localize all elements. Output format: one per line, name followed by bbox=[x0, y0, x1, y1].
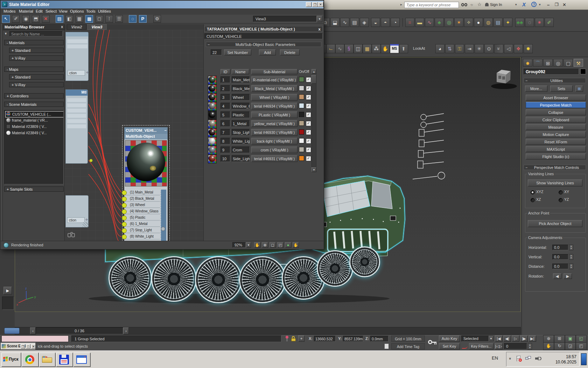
assign-material-icon[interactable]: ◉ bbox=[22, 15, 30, 23]
zoom-all-icon[interactable]: ⊞ bbox=[554, 335, 565, 343]
row-id-field[interactable]: 10 bbox=[220, 155, 230, 162]
building-icon[interactable]: ▦ bbox=[363, 44, 372, 53]
delete-selected-icon[interactable]: ✕ bbox=[42, 15, 50, 23]
section-maps-vray[interactable]: + V-Ray bbox=[9, 82, 64, 87]
sphere-tool-icon[interactable]: ● bbox=[474, 18, 483, 27]
circle-helper-icon[interactable]: ◎ bbox=[444, 18, 454, 27]
communication-center-icon[interactable]: ⌔ bbox=[470, 2, 473, 7]
maxscript-ms-button[interactable]: MS bbox=[390, 44, 399, 53]
row-name-field[interactable]: Window_G bbox=[232, 103, 250, 109]
add-time-tag-label[interactable]: Add Time Tag bbox=[391, 343, 425, 349]
colored-diamonds-icon[interactable]: ❖ bbox=[514, 44, 523, 53]
tray-chevron-icon[interactable]: » bbox=[508, 357, 512, 360]
submaterial-thumbnail[interactable] bbox=[208, 120, 217, 128]
purple-spline-icon[interactable]: § bbox=[344, 44, 354, 53]
lookat-label[interactable]: LookAt bbox=[413, 46, 425, 50]
set-key-button[interactable]: Set Key bbox=[439, 343, 460, 349]
section-sample-slots[interactable]: + Sample Slots bbox=[4, 186, 64, 192]
node-slot[interactable]: (1) Main_Metal bbox=[125, 190, 160, 195]
row-submaterial-button[interactable]: terial #46931 ( VRayMtl ) bbox=[251, 155, 298, 162]
row-name-field[interactable]: White_Ligh bbox=[232, 138, 250, 144]
keyword-search-input[interactable]: Type a keyword or phrase bbox=[404, 2, 459, 8]
gear-flower-icon[interactable]: ✳ bbox=[475, 44, 484, 53]
submaterial-thumbnail[interactable] bbox=[208, 137, 217, 146]
section-controllers[interactable]: + Controllers bbox=[4, 93, 64, 98]
mini-close-button[interactable]: ✕ bbox=[31, 344, 36, 349]
isolate-pin-icon[interactable] bbox=[285, 336, 289, 342]
menu-options[interactable]: Options bbox=[70, 9, 84, 13]
row-submaterial-button[interactable]: terial #46930 ( VRayMtl ) bbox=[251, 129, 298, 136]
tray-flag-alert-icon[interactable]: ✕ bbox=[516, 356, 522, 362]
node-titlebar[interactable]: CUSTOM_VEHI... − bbox=[124, 127, 168, 134]
utilities-rollout[interactable]: −Utilities bbox=[524, 78, 586, 83]
show-vanishing-lines-button[interactable]: Show Vanishing Lines bbox=[528, 179, 582, 186]
language-indicator[interactable]: EN bbox=[492, 355, 498, 361]
row-on-checkbox[interactable]: ✓ bbox=[306, 156, 311, 161]
tape-measure-icon[interactable]: ▬ bbox=[415, 18, 424, 27]
layers-stack-icon[interactable]: ▤ bbox=[493, 18, 503, 27]
tab-view3[interactable]: View3 bbox=[87, 24, 107, 30]
param-panel-close-icon[interactable]: x bbox=[318, 26, 321, 32]
row-color-swatch[interactable] bbox=[299, 77, 304, 82]
delete-button[interactable]: Delete bbox=[280, 49, 300, 55]
key-mode-dropdown-arrow[interactable]: ▼ bbox=[489, 336, 493, 341]
submaterial-thumbnail[interactable] bbox=[208, 111, 217, 120]
row-id-field[interactable]: 1 bbox=[220, 76, 230, 83]
utility-measure-button[interactable]: Measure bbox=[526, 124, 586, 130]
material-list-icon[interactable]: ☰ bbox=[115, 15, 123, 23]
menu-modes[interactable]: Modes bbox=[4, 9, 16, 13]
schematic-view-icon[interactable]: ▤ bbox=[350, 18, 359, 27]
utility-collapse-button[interactable]: Collapse bbox=[526, 109, 586, 115]
row-id-field[interactable]: 3 bbox=[220, 94, 230, 101]
utility-flight-studio-button[interactable]: Flight Studio (c) bbox=[526, 154, 586, 159]
time-slider-prev-button[interactable]: ‹ bbox=[30, 327, 36, 334]
scene-material-item[interactable]: Material #23849 ( V... bbox=[5, 130, 64, 136]
box-gizmo-icon[interactable]: ◫ bbox=[354, 44, 363, 53]
row-submaterial-button[interactable]: terial #46934 ( VRayMtl ) bbox=[251, 103, 298, 109]
row-color-swatch[interactable] bbox=[299, 156, 304, 161]
slate-pan-icon[interactable]: ✋ bbox=[293, 242, 299, 248]
param-panel-header[interactable]: TATRACUSTOM_VEHICLE ( Multi/Sub-Object )… bbox=[204, 26, 323, 32]
search-binoculars-icon[interactable] bbox=[461, 2, 468, 7]
slate-maximize-button[interactable]: ❐ bbox=[312, 2, 318, 7]
utility-asset-browser-button[interactable]: Asset Browser bbox=[526, 95, 586, 101]
row-id-field[interactable]: 2 bbox=[220, 85, 230, 92]
row-color-swatch[interactable] bbox=[299, 121, 304, 126]
row-color-swatch[interactable] bbox=[299, 147, 304, 152]
start-button[interactable]: Пуск bbox=[1, 353, 21, 367]
add-button[interactable]: Add bbox=[259, 49, 276, 55]
row-submaterial-button[interactable]: R-material-red ( VRayMtl ) bbox=[251, 76, 298, 83]
coord-y-field[interactable]: 8557.139m bbox=[343, 336, 363, 342]
render-setup-icon[interactable]: ◒ bbox=[371, 18, 380, 27]
slate-zoom-icon[interactable]: ⊕ bbox=[262, 242, 268, 248]
menu-utilities[interactable]: Utilities bbox=[98, 9, 111, 13]
radio-yz[interactable] bbox=[559, 198, 563, 202]
submaterial-thumbnail[interactable] bbox=[208, 102, 217, 111]
show-desktop-icon[interactable] bbox=[581, 353, 587, 365]
submaterial-thumbnail[interactable] bbox=[208, 76, 217, 84]
browser-dropdown-arrow-icon[interactable]: ▼ bbox=[4, 32, 7, 35]
slot-socket[interactable] bbox=[122, 216, 127, 220]
show-end-result-icon[interactable]: ◌ bbox=[129, 15, 136, 23]
mini-maximize-button[interactable]: □ bbox=[26, 344, 30, 349]
row-id-field[interactable]: 9 bbox=[220, 146, 230, 153]
slate-titlebar[interactable]: › Slate Material Editor _ ❐ ✕ bbox=[1, 1, 323, 8]
submaterial-thumbnail[interactable] bbox=[208, 84, 217, 93]
select-tool-icon[interactable]: ↖ bbox=[2, 15, 10, 23]
node-slot[interactable]: (8) White_Light bbox=[125, 234, 160, 239]
radio-xyz[interactable] bbox=[531, 190, 535, 195]
zoom-percent-dropdown[interactable]: ▼ bbox=[246, 242, 251, 248]
column-id-header[interactable]: ID bbox=[220, 69, 230, 74]
utility-reset-xform-button[interactable]: Reset XForm bbox=[526, 139, 586, 145]
material-editor-icon[interactable]: ◈ bbox=[360, 18, 369, 27]
next-frame-button[interactable]: |▶ bbox=[520, 335, 528, 342]
sign-in-link[interactable]: Sign In bbox=[490, 2, 502, 7]
slate-minimize-button[interactable]: _ bbox=[306, 2, 312, 7]
table-scrollbar-thumb[interactable] bbox=[312, 75, 316, 84]
slot-socket[interactable] bbox=[122, 209, 127, 214]
object-color-swatch[interactable] bbox=[580, 69, 586, 74]
section-materials-standard[interactable]: + Standard bbox=[9, 48, 64, 53]
table-scroll-down[interactable]: ▼ bbox=[312, 167, 316, 172]
row-name-field[interactable]: Black_Met bbox=[232, 85, 250, 92]
radio-xz[interactable] bbox=[531, 198, 535, 202]
